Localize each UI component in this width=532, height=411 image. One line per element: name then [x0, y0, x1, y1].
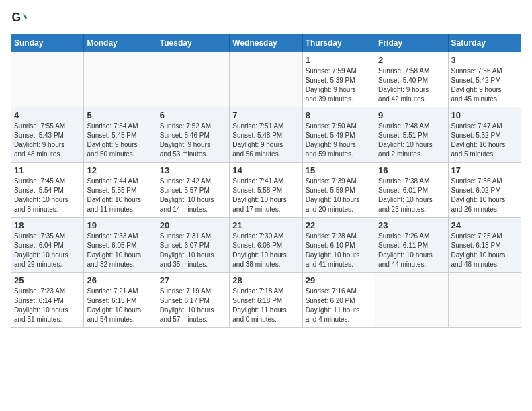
svg-text:G: G: [12, 11, 21, 24]
calendar-cell: 12Sunrise: 7:44 AM Sunset: 5:55 PM Dayli…: [84, 163, 157, 218]
day-info: Sunrise: 7:56 AM Sunset: 5:42 PM Dayligh…: [451, 66, 518, 104]
calendar-week-3: 11Sunrise: 7:45 AM Sunset: 5:54 PM Dayli…: [11, 163, 521, 218]
calendar-cell: 22Sunrise: 7:28 AM Sunset: 6:10 PM Dayli…: [302, 218, 375, 273]
day-info: Sunrise: 7:36 AM Sunset: 6:02 PM Dayligh…: [451, 177, 518, 214]
day-info: Sunrise: 7:42 AM Sunset: 5:57 PM Dayligh…: [160, 177, 226, 214]
calendar-body: 1Sunrise: 7:59 AM Sunset: 5:39 PM Daylig…: [11, 52, 521, 328]
calendar-cell: 4Sunrise: 7:55 AM Sunset: 5:43 PM Daylig…: [11, 107, 84, 163]
calendar-cell: 13Sunrise: 7:42 AM Sunset: 5:57 PM Dayli…: [157, 163, 229, 218]
col-header-friday: Friday: [375, 34, 448, 52]
day-info: Sunrise: 7:39 AM Sunset: 5:59 PM Dayligh…: [306, 177, 372, 214]
day-info: Sunrise: 7:48 AM Sunset: 5:51 PM Dayligh…: [378, 122, 445, 159]
day-info: Sunrise: 7:31 AM Sunset: 6:07 PM Dayligh…: [160, 232, 226, 269]
calendar-cell: [448, 273, 521, 328]
calendar-cell: [157, 52, 229, 107]
day-info: Sunrise: 7:59 AM Sunset: 5:39 PM Dayligh…: [306, 66, 372, 104]
logo: G: [11, 11, 30, 27]
day-number: 11: [14, 165, 81, 175]
day-number: 12: [87, 165, 153, 175]
calendar-cell: 29Sunrise: 7:16 AM Sunset: 6:20 PM Dayli…: [302, 273, 375, 328]
col-header-sunday: Sunday: [11, 34, 84, 52]
calendar-cell: 27Sunrise: 7:19 AM Sunset: 6:17 PM Dayli…: [157, 273, 229, 328]
page-header: G: [11, 11, 521, 27]
day-info: Sunrise: 7:47 AM Sunset: 5:52 PM Dayligh…: [451, 122, 518, 159]
day-number: 14: [232, 165, 299, 175]
day-info: Sunrise: 7:50 AM Sunset: 5:49 PM Dayligh…: [306, 122, 372, 159]
day-info: Sunrise: 7:28 AM Sunset: 6:10 PM Dayligh…: [306, 232, 372, 269]
col-header-tuesday: Tuesday: [157, 34, 229, 52]
day-number: 16: [378, 165, 445, 175]
calendar-cell: 6Sunrise: 7:52 AM Sunset: 5:46 PM Daylig…: [157, 107, 229, 163]
day-info: Sunrise: 7:19 AM Sunset: 6:17 PM Dayligh…: [160, 287, 226, 324]
calendar-cell: 1Sunrise: 7:59 AM Sunset: 5:39 PM Daylig…: [302, 52, 375, 107]
calendar-cell: 8Sunrise: 7:50 AM Sunset: 5:49 PM Daylig…: [302, 107, 375, 163]
calendar-cell: 2Sunrise: 7:58 AM Sunset: 5:40 PM Daylig…: [375, 52, 448, 107]
day-number: 27: [160, 275, 226, 285]
day-number: 21: [232, 220, 299, 230]
calendar-cell: 28Sunrise: 7:18 AM Sunset: 6:18 PM Dayli…: [230, 273, 302, 328]
day-info: Sunrise: 7:44 AM Sunset: 5:55 PM Dayligh…: [87, 177, 153, 214]
col-header-wednesday: Wednesday: [230, 34, 302, 52]
day-number: 3: [451, 55, 518, 65]
calendar-cell: 20Sunrise: 7:31 AM Sunset: 6:07 PM Dayli…: [157, 218, 229, 273]
calendar-week-5: 25Sunrise: 7:23 AM Sunset: 6:14 PM Dayli…: [11, 273, 521, 328]
col-header-thursday: Thursday: [302, 34, 375, 52]
day-info: Sunrise: 7:51 AM Sunset: 5:48 PM Dayligh…: [232, 122, 299, 159]
calendar-cell: 26Sunrise: 7:21 AM Sunset: 6:15 PM Dayli…: [84, 273, 157, 328]
day-number: 28: [232, 275, 299, 285]
calendar-cell: 23Sunrise: 7:26 AM Sunset: 6:11 PM Dayli…: [375, 218, 448, 273]
calendar-cell: 5Sunrise: 7:54 AM Sunset: 5:45 PM Daylig…: [84, 107, 157, 163]
day-number: 17: [451, 165, 518, 175]
calendar-cell: 17Sunrise: 7:36 AM Sunset: 6:02 PM Dayli…: [448, 163, 521, 218]
day-info: Sunrise: 7:55 AM Sunset: 5:43 PM Dayligh…: [14, 122, 81, 159]
day-info: Sunrise: 7:25 AM Sunset: 6:13 PM Dayligh…: [451, 232, 518, 269]
calendar-cell: 7Sunrise: 7:51 AM Sunset: 5:48 PM Daylig…: [230, 107, 302, 163]
day-number: 20: [160, 220, 226, 230]
day-number: 26: [87, 275, 153, 285]
calendar-cell: 19Sunrise: 7:33 AM Sunset: 6:05 PM Dayli…: [84, 218, 157, 273]
calendar-week-4: 18Sunrise: 7:35 AM Sunset: 6:04 PM Dayli…: [11, 218, 521, 273]
day-number: 24: [451, 220, 518, 230]
calendar-cell: 21Sunrise: 7:30 AM Sunset: 6:08 PM Dayli…: [230, 218, 302, 273]
day-number: 10: [451, 110, 518, 120]
day-info: Sunrise: 7:58 AM Sunset: 5:40 PM Dayligh…: [378, 66, 445, 104]
day-info: Sunrise: 7:45 AM Sunset: 5:54 PM Dayligh…: [14, 177, 81, 214]
calendar-week-1: 1Sunrise: 7:59 AM Sunset: 5:39 PM Daylig…: [11, 52, 521, 107]
calendar-cell: 14Sunrise: 7:41 AM Sunset: 5:58 PM Dayli…: [230, 163, 302, 218]
day-number: 9: [378, 110, 445, 120]
day-number: 4: [14, 110, 81, 120]
calendar-cell: 9Sunrise: 7:48 AM Sunset: 5:51 PM Daylig…: [375, 107, 448, 163]
calendar-cell: 15Sunrise: 7:39 AM Sunset: 5:59 PM Dayli…: [302, 163, 375, 218]
day-number: 8: [306, 110, 372, 120]
calendar-cell: 24Sunrise: 7:25 AM Sunset: 6:13 PM Dayli…: [448, 218, 521, 273]
day-info: Sunrise: 7:52 AM Sunset: 5:46 PM Dayligh…: [160, 122, 226, 159]
day-info: Sunrise: 7:35 AM Sunset: 6:04 PM Dayligh…: [14, 232, 81, 269]
logo-icon: G: [11, 11, 27, 27]
calendar-cell: [11, 52, 84, 107]
day-info: Sunrise: 7:21 AM Sunset: 6:15 PM Dayligh…: [87, 287, 153, 324]
day-info: Sunrise: 7:38 AM Sunset: 6:01 PM Dayligh…: [378, 177, 445, 214]
calendar-week-2: 4Sunrise: 7:55 AM Sunset: 5:43 PM Daylig…: [11, 107, 521, 163]
day-number: 18: [14, 220, 81, 230]
day-number: 29: [306, 275, 372, 285]
day-info: Sunrise: 7:26 AM Sunset: 6:11 PM Dayligh…: [378, 232, 445, 269]
day-number: 23: [378, 220, 445, 230]
day-number: 22: [306, 220, 372, 230]
day-info: Sunrise: 7:33 AM Sunset: 6:05 PM Dayligh…: [87, 232, 153, 269]
day-number: 6: [160, 110, 226, 120]
col-header-saturday: Saturday: [448, 34, 521, 52]
calendar-table: SundayMondayTuesdayWednesdayThursdayFrid…: [11, 34, 521, 328]
day-info: Sunrise: 7:54 AM Sunset: 5:45 PM Dayligh…: [87, 122, 153, 159]
day-number: 5: [87, 110, 153, 120]
day-number: 7: [232, 110, 299, 120]
day-number: 13: [160, 165, 226, 175]
calendar-cell: [230, 52, 302, 107]
day-number: 1: [306, 55, 372, 65]
calendar-cell: 3Sunrise: 7:56 AM Sunset: 5:42 PM Daylig…: [448, 52, 521, 107]
calendar-cell: 16Sunrise: 7:38 AM Sunset: 6:01 PM Dayli…: [375, 163, 448, 218]
day-number: 15: [306, 165, 372, 175]
day-number: 19: [87, 220, 153, 230]
calendar-cell: 25Sunrise: 7:23 AM Sunset: 6:14 PM Dayli…: [11, 273, 84, 328]
calendar-cell: 11Sunrise: 7:45 AM Sunset: 5:54 PM Dayli…: [11, 163, 84, 218]
col-header-monday: Monday: [84, 34, 157, 52]
